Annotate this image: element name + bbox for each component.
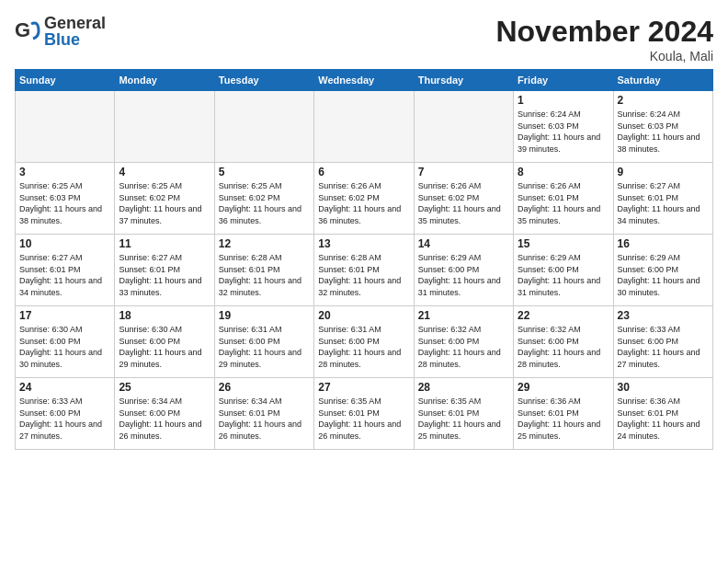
cell-3-3: 20Sunrise: 6:31 AMSunset: 6:00 PMDayligh… bbox=[314, 306, 414, 378]
cell-2-4: 14Sunrise: 6:29 AMSunset: 6:00 PMDayligh… bbox=[414, 235, 513, 306]
header: G General Blue November 2024 Koula, Mali bbox=[15, 15, 713, 63]
calendar-header-row: Sunday Monday Tuesday Wednesday Thursday… bbox=[16, 70, 713, 91]
cell-info-line: Sunrise: 6:34 AM bbox=[219, 396, 310, 408]
week-row-2: 3Sunrise: 6:25 AMSunset: 6:03 PMDaylight… bbox=[16, 163, 713, 235]
cell-4-2: 26Sunrise: 6:34 AMSunset: 6:01 PMDayligh… bbox=[214, 378, 313, 450]
day-number: 6 bbox=[318, 166, 409, 178]
cell-info-line: Sunrise: 6:26 AM bbox=[518, 180, 609, 192]
cell-info-line: Daylight: 11 hours and 35 minutes. bbox=[418, 203, 509, 226]
col-sunday: Sunday bbox=[16, 70, 115, 91]
cell-4-1: 25Sunrise: 6:34 AMSunset: 6:00 PMDayligh… bbox=[115, 378, 214, 450]
cell-info-line: Sunrise: 6:25 AM bbox=[219, 180, 310, 192]
day-number: 27 bbox=[318, 381, 409, 394]
logo-blue: Blue bbox=[44, 31, 106, 48]
calendar-table: Sunday Monday Tuesday Wednesday Thursday… bbox=[15, 69, 713, 450]
cell-info-line: Sunset: 6:01 PM bbox=[518, 408, 609, 419]
cell-info-line: Sunrise: 6:26 AM bbox=[318, 180, 409, 192]
cell-info-line: Sunset: 6:03 PM bbox=[618, 121, 709, 132]
cell-info-line: Daylight: 11 hours and 25 minutes. bbox=[518, 419, 609, 442]
cell-0-1 bbox=[115, 91, 214, 163]
cell-1-2: 5Sunrise: 6:25 AMSunset: 6:02 PMDaylight… bbox=[214, 163, 313, 235]
cell-info-line: Sunrise: 6:36 AM bbox=[618, 396, 709, 408]
day-number: 20 bbox=[318, 309, 409, 322]
cell-info-line: Sunset: 6:00 PM bbox=[518, 264, 609, 276]
cell-4-5: 29Sunrise: 6:36 AMSunset: 6:01 PMDayligh… bbox=[514, 378, 613, 450]
cell-info-line: Sunset: 6:02 PM bbox=[219, 192, 310, 204]
cell-info-line: Sunset: 6:00 PM bbox=[219, 336, 310, 348]
cell-info-line: Daylight: 11 hours and 25 minutes. bbox=[418, 419, 509, 442]
cell-4-3: 27Sunrise: 6:35 AMSunset: 6:01 PMDayligh… bbox=[314, 378, 414, 450]
cell-info-line: Daylight: 11 hours and 32 minutes. bbox=[219, 275, 310, 298]
cell-1-0: 3Sunrise: 6:25 AMSunset: 6:03 PMDaylight… bbox=[16, 163, 115, 235]
cell-0-5: 1Sunrise: 6:24 AMSunset: 6:03 PMDaylight… bbox=[514, 91, 613, 163]
cell-info-line: Daylight: 11 hours and 26 minutes. bbox=[219, 419, 310, 442]
cell-info-line: Sunset: 6:01 PM bbox=[219, 408, 310, 419]
cell-0-6: 2Sunrise: 6:24 AMSunset: 6:03 PMDaylight… bbox=[613, 91, 712, 163]
cell-0-0 bbox=[16, 91, 115, 163]
cell-info-line: Daylight: 11 hours and 29 minutes. bbox=[219, 347, 310, 370]
cell-info-line: Daylight: 11 hours and 37 minutes. bbox=[119, 203, 210, 226]
day-number: 5 bbox=[219, 166, 310, 178]
cell-0-2 bbox=[214, 91, 313, 163]
cell-info-line: Sunrise: 6:32 AM bbox=[418, 324, 509, 336]
cell-info-line: Daylight: 11 hours and 39 minutes. bbox=[518, 132, 609, 155]
cell-info-line: Sunset: 6:01 PM bbox=[418, 408, 509, 419]
cell-info-line: Sunset: 6:02 PM bbox=[318, 192, 409, 204]
cell-info-line: Sunrise: 6:30 AM bbox=[119, 324, 210, 336]
cell-info-line: Sunrise: 6:31 AM bbox=[219, 324, 310, 336]
cell-info-line: Sunset: 6:00 PM bbox=[19, 336, 110, 348]
col-tuesday: Tuesday bbox=[214, 70, 313, 91]
cell-info-line: Sunset: 6:02 PM bbox=[119, 192, 210, 204]
cell-1-1: 4Sunrise: 6:25 AMSunset: 6:02 PMDaylight… bbox=[115, 163, 214, 235]
cell-info-line: Sunset: 6:00 PM bbox=[518, 336, 609, 348]
cell-2-1: 11Sunrise: 6:27 AMSunset: 6:01 PMDayligh… bbox=[115, 235, 214, 306]
day-number: 10 bbox=[19, 237, 110, 250]
cell-info-line: Daylight: 11 hours and 31 minutes. bbox=[518, 275, 609, 298]
cell-info-line: Sunset: 6:01 PM bbox=[19, 264, 110, 276]
cell-info-line: Sunrise: 6:27 AM bbox=[618, 180, 709, 192]
cell-0-3 bbox=[314, 91, 414, 163]
cell-info-line: Sunrise: 6:35 AM bbox=[318, 396, 409, 408]
cell-2-6: 16Sunrise: 6:29 AMSunset: 6:00 PMDayligh… bbox=[613, 235, 712, 306]
day-number: 1 bbox=[518, 94, 609, 107]
day-number: 9 bbox=[618, 166, 709, 178]
day-number: 24 bbox=[19, 381, 110, 394]
cell-info-line: Daylight: 11 hours and 28 minutes. bbox=[518, 347, 609, 370]
day-number: 15 bbox=[518, 237, 609, 250]
day-number: 2 bbox=[618, 94, 709, 107]
cell-3-4: 21Sunrise: 6:32 AMSunset: 6:00 PMDayligh… bbox=[414, 306, 513, 378]
cell-info-line: Sunset: 6:00 PM bbox=[19, 408, 110, 419]
cell-4-6: 30Sunrise: 6:36 AMSunset: 6:01 PMDayligh… bbox=[613, 378, 712, 450]
cell-1-6: 9Sunrise: 6:27 AMSunset: 6:01 PMDaylight… bbox=[613, 163, 712, 235]
cell-info-line: Daylight: 11 hours and 35 minutes. bbox=[518, 203, 609, 226]
cell-info-line: Daylight: 11 hours and 30 minutes. bbox=[618, 275, 709, 298]
day-number: 30 bbox=[618, 381, 709, 394]
logo-icon: G bbox=[15, 18, 40, 44]
day-number: 12 bbox=[219, 237, 310, 250]
cell-2-5: 15Sunrise: 6:29 AMSunset: 6:00 PMDayligh… bbox=[514, 235, 613, 306]
cell-info-line: Sunset: 6:01 PM bbox=[518, 192, 609, 204]
week-row-5: 24Sunrise: 6:33 AMSunset: 6:00 PMDayligh… bbox=[16, 378, 713, 450]
cell-info-line: Sunrise: 6:28 AM bbox=[318, 252, 409, 264]
cell-info-line: Sunrise: 6:26 AM bbox=[418, 180, 509, 192]
cell-info-line: Sunrise: 6:29 AM bbox=[418, 252, 509, 264]
day-number: 11 bbox=[119, 237, 210, 250]
cell-info-line: Sunset: 6:01 PM bbox=[219, 264, 310, 276]
week-row-4: 17Sunrise: 6:30 AMSunset: 6:00 PMDayligh… bbox=[16, 306, 713, 378]
title-block: November 2024 Koula, Mali bbox=[495, 15, 713, 63]
day-number: 14 bbox=[418, 237, 509, 250]
cell-info-line: Daylight: 11 hours and 24 minutes. bbox=[618, 419, 709, 442]
day-number: 16 bbox=[618, 237, 709, 250]
cell-info-line: Sunset: 6:03 PM bbox=[518, 121, 609, 132]
cell-info-line: Sunrise: 6:24 AM bbox=[518, 109, 609, 121]
day-number: 25 bbox=[119, 381, 210, 394]
col-wednesday: Wednesday bbox=[314, 70, 414, 91]
cell-1-3: 6Sunrise: 6:26 AMSunset: 6:02 PMDaylight… bbox=[314, 163, 414, 235]
cell-info-line: Daylight: 11 hours and 32 minutes. bbox=[318, 275, 409, 298]
cell-2-0: 10Sunrise: 6:27 AMSunset: 6:01 PMDayligh… bbox=[16, 235, 115, 306]
day-number: 8 bbox=[518, 166, 609, 178]
cell-info-line: Sunset: 6:00 PM bbox=[418, 264, 509, 276]
cell-0-4 bbox=[414, 91, 513, 163]
cell-info-line: Daylight: 11 hours and 26 minutes. bbox=[318, 419, 409, 442]
cell-3-2: 19Sunrise: 6:31 AMSunset: 6:00 PMDayligh… bbox=[214, 306, 313, 378]
